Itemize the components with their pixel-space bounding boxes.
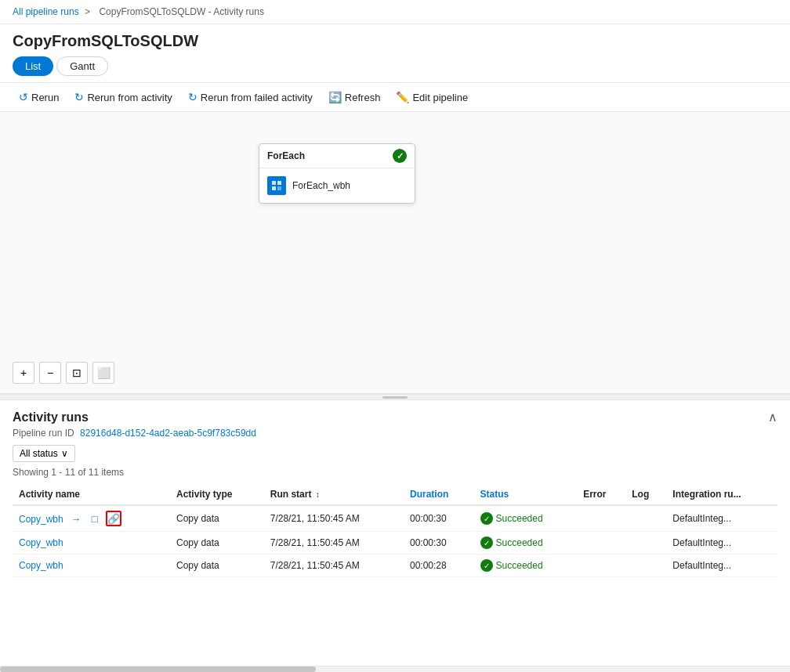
cell-run-start: 7/28/21, 11:50:45 AM [264, 532, 404, 555]
refresh-label: Refresh [345, 92, 381, 103]
status-success-icon: ✓ [480, 559, 493, 572]
cell-activity-name: Copy_wbh [13, 555, 170, 577]
node-activity-name: ForEach_wbh [292, 180, 350, 191]
cell-activity-type: Copy data [170, 532, 264, 555]
page-title: CopyFromSQLToSQLDW [0, 24, 790, 56]
cell-activity-name: Copy_wbh→□🔗 [13, 505, 170, 532]
status-success-icon: ✓ [480, 537, 493, 549]
cell-run-start: 7/28/21, 11:50:45 AM [264, 505, 404, 532]
rerun-from-failed-label: Rerun from failed activity [201, 92, 313, 103]
toolbar: ↺ Rerun ↻ Rerun from activity ↻ Rerun fr… [0, 82, 790, 112]
row-action-icons: →□🔗 [68, 511, 121, 526]
svg-rect-0 [272, 181, 276, 185]
rerun-button[interactable]: ↺ Rerun [13, 88, 65, 107]
edit-pipeline-button[interactable]: ✏️ Edit pipeline [390, 88, 474, 107]
rerun-from-activity-button[interactable]: ↻ Rerun from activity [68, 88, 178, 107]
status-success-icon: ✓ [480, 512, 493, 525]
table-header-row: Activity name Activity type Run start ↕ … [13, 484, 777, 505]
edit-pipeline-label: Edit pipeline [412, 92, 468, 103]
col-error: Error [577, 484, 625, 505]
cell-log [625, 505, 666, 532]
status-text: Succeeded [496, 537, 543, 548]
cell-log [625, 532, 666, 555]
refresh-icon: 🔄 [328, 91, 342, 103]
tab-group: List Gantt [0, 56, 790, 82]
tab-gantt[interactable]: Gantt [56, 56, 108, 76]
cell-log [625, 555, 666, 577]
activity-runs-section: Activity runs ∧ Pipeline run ID 82916d48… [0, 400, 790, 577]
pipeline-run-id-value[interactable]: 82916d48-d152-4ad2-aeab-5c9f783c59dd [80, 428, 256, 439]
breadcrumb-current: CopyFromSQLToSQLDW - Activity runs [99, 6, 264, 17]
node-success-icon: ✓ [393, 149, 407, 163]
foreach-node[interactable]: ForEach ✓ ForEach_wbh [259, 143, 790, 204]
svg-rect-3 [277, 186, 281, 190]
breadcrumb-separator: > [85, 6, 90, 17]
node-title: ForEach [267, 150, 305, 161]
cell-error [577, 532, 625, 555]
pipeline-run-id-row: Pipeline run ID 82916d48-d152-4ad2-aeab-… [13, 428, 777, 439]
svg-rect-2 [272, 186, 276, 190]
rerun-icon: ↺ [19, 91, 28, 103]
activity-name-link[interactable]: Copy_wbh [19, 560, 63, 571]
cell-run-start: 7/28/21, 11:50:45 AM [264, 555, 404, 577]
col-status[interactable]: Status [474, 484, 578, 505]
cell-activity-type: Copy data [170, 555, 264, 577]
table-row: Copy_wbh→□🔗Copy data7/28/21, 11:50:45 AM… [13, 505, 777, 532]
output-icon[interactable]: □ [87, 511, 103, 526]
resize-bar [382, 396, 408, 399]
rerun-from-activity-label: Rerun from activity [87, 92, 172, 103]
col-integration-runtime: Integration ru... [666, 484, 777, 505]
chevron-down-icon: ∨ [61, 448, 68, 459]
col-duration[interactable]: Duration [404, 484, 474, 505]
all-pipeline-runs-link[interactable]: All pipeline runs [13, 6, 79, 17]
refresh-button[interactable]: 🔄 Refresh [322, 88, 387, 107]
rerun-from-failed-button[interactable]: ↻ Rerun from failed activity [182, 88, 319, 107]
zoom-out-button[interactable]: − [39, 362, 61, 384]
foreach-activity-icon [267, 176, 286, 195]
canvas-controls: + − ⊡ ⬜ [13, 362, 114, 384]
zoom-in-button[interactable]: + [13, 362, 34, 384]
activity-runs-table: Activity name Activity type Run start ↕ … [13, 484, 777, 577]
cell-duration: 00:00:30 [404, 505, 474, 532]
col-activity-name[interactable]: Activity name [13, 484, 170, 505]
activity-name-link[interactable]: Copy_wbh [19, 537, 63, 548]
scrollbar-thumb [0, 667, 316, 672]
rerun-from-failed-icon: ↻ [188, 91, 198, 103]
status-text: Succeeded [496, 560, 543, 571]
resize-handle[interactable] [0, 394, 790, 400]
col-log: Log [625, 484, 666, 505]
sort-icon: ↕ [316, 490, 320, 499]
pipeline-run-id-label: Pipeline run ID [13, 428, 74, 439]
section-header: Activity runs ∧ [13, 410, 777, 425]
col-activity-type: Activity type [170, 484, 264, 505]
node-header: ForEach ✓ [259, 144, 415, 168]
table-row: Copy_wbhCopy data7/28/21, 11:50:45 AM00:… [13, 555, 777, 577]
details-icon[interactable]: 🔗 [106, 511, 121, 526]
node-body: ForEach_wbh [259, 168, 415, 203]
horizontal-scrollbar[interactable] [0, 666, 790, 672]
status-filter-label: All status [20, 448, 58, 459]
rerun-label: Rerun [31, 92, 59, 103]
input-icon[interactable]: → [68, 511, 84, 526]
tab-list[interactable]: List [13, 56, 53, 76]
fit-button[interactable]: ⊡ [66, 362, 88, 384]
activity-name-link[interactable]: Copy_wbh [19, 514, 63, 525]
cell-integration-runtime: DefaultInteg... [666, 555, 777, 577]
svg-rect-1 [277, 181, 281, 185]
foreach-node-box: ForEach ✓ ForEach_wbh [259, 143, 415, 204]
status-filter-button[interactable]: All status ∨ [13, 445, 75, 462]
cell-status: ✓Succeeded [474, 555, 578, 577]
reset-button[interactable]: ⬜ [92, 362, 114, 384]
cell-integration-runtime: DefaultInteg... [666, 532, 777, 555]
cell-error [577, 555, 625, 577]
breadcrumb: All pipeline runs > CopyFromSQLToSQLDW -… [0, 0, 790, 24]
cell-activity-name: Copy_wbh [13, 532, 170, 555]
collapse-button[interactable]: ∧ [768, 410, 777, 425]
col-run-start[interactable]: Run start ↕ [264, 484, 404, 505]
table-row: Copy_wbhCopy data7/28/21, 11:50:45 AM00:… [13, 532, 777, 555]
cell-status: ✓Succeeded [474, 532, 578, 555]
count-text: Showing 1 - 11 of 11 items [13, 467, 777, 478]
cell-status: ✓Succeeded [474, 505, 578, 532]
pipeline-canvas: ForEach ✓ ForEach_wbh + − ⊡ ⬜ [0, 112, 790, 394]
rerun-from-activity-icon: ↻ [74, 91, 84, 103]
